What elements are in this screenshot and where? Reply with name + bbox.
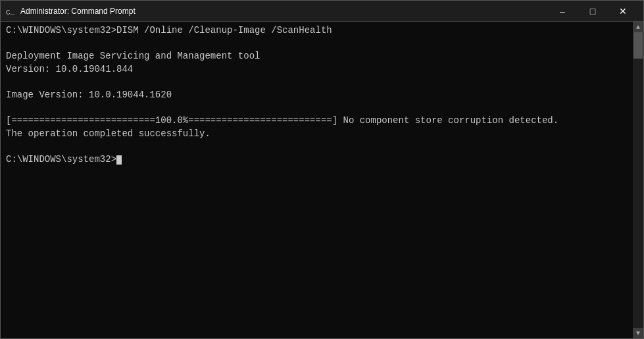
- minimize-button[interactable]: –: [547, 1, 578, 22]
- window: C_ Administrator: Command Prompt – □ ✕ C…: [0, 0, 644, 339]
- svg-text:C_: C_: [6, 9, 15, 16]
- scrollbar-track-area: [633, 32, 643, 328]
- terminal-body: C:\WINDOWS\system32>DISM /Online /Cleanu…: [1, 22, 643, 338]
- scrollbar-thumb[interactable]: [633, 32, 643, 59]
- app-icon: C_: [6, 6, 16, 16]
- window-title: Administrator: Command Prompt: [20, 7, 547, 16]
- scrollbar-up-button[interactable]: ▲: [633, 22, 643, 32]
- terminal-content[interactable]: C:\WINDOWS\system32>DISM /Online /Cleanu…: [1, 22, 633, 338]
- titlebar: C_ Administrator: Command Prompt – □ ✕: [1, 1, 643, 22]
- terminal-cursor: [116, 155, 122, 165]
- scrollbar: ▲ ▼: [633, 22, 643, 338]
- maximize-button[interactable]: □: [578, 1, 608, 22]
- close-button[interactable]: ✕: [608, 1, 638, 22]
- scrollbar-down-button[interactable]: ▼: [633, 328, 643, 338]
- window-controls: – □ ✕: [547, 1, 638, 22]
